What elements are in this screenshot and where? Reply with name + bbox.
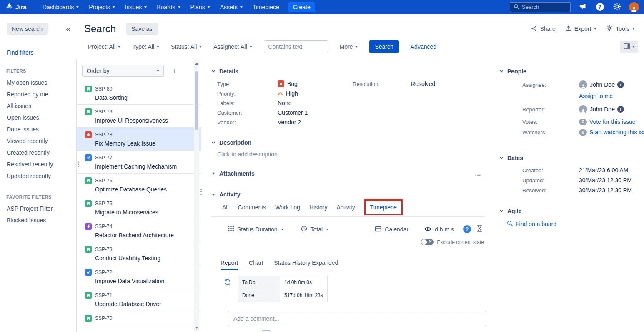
jira-logo[interactable]: Jira bbox=[6, 3, 27, 11]
tools-button[interactable]: Tools bbox=[606, 25, 635, 33]
layout-switcher-button[interactable] bbox=[620, 41, 638, 53]
sidebar-item-my-open-issues[interactable]: My open issues bbox=[0, 77, 76, 88]
attachments-section-header[interactable]: Attachments bbox=[211, 170, 255, 177]
sidebar-item-asp-project-filter[interactable]: ASP Project Filter bbox=[0, 203, 76, 214]
issue-card-ssp-70[interactable]: SSP-70 bbox=[77, 311, 201, 327]
add-comment-box[interactable] bbox=[228, 311, 486, 326]
info-icon[interactable]: i bbox=[617, 81, 624, 88]
issue-card-ssp-80[interactable]: SSP-80 Data Sorting bbox=[77, 82, 201, 105]
chevron-down-icon bbox=[211, 192, 216, 197]
user-avatar[interactable] bbox=[629, 2, 639, 12]
details-section-header[interactable]: Details bbox=[211, 68, 485, 75]
activity-section-header[interactable]: Activity bbox=[211, 191, 485, 198]
chevron-down-icon bbox=[208, 6, 210, 8]
find-on-board-link[interactable]: Find on a board bbox=[507, 220, 644, 227]
panel-resize-handle[interactable] bbox=[200, 187, 203, 196]
sidebar-item-viewed-recently[interactable]: Viewed recently bbox=[0, 135, 76, 147]
sidebar-item-resolved-recently[interactable]: Resolved recently bbox=[0, 158, 76, 170]
assignee-filter-dropdown[interactable]: Assignee: All bbox=[213, 43, 252, 50]
activity-tab-activity[interactable]: Activity bbox=[336, 204, 355, 211]
issue-card-ssp-78[interactable]: SSP-78 Fix Memory Leak Issue bbox=[77, 128, 201, 151]
scrollbar-thumb[interactable] bbox=[195, 71, 198, 130]
people-section-header[interactable]: People bbox=[499, 68, 644, 75]
find-filters-link[interactable]: Find filters bbox=[7, 49, 76, 56]
share-button[interactable]: Share bbox=[531, 25, 555, 33]
timepiece-help-button[interactable]: ? bbox=[463, 225, 471, 233]
save-as-button[interactable]: Save as bbox=[126, 23, 158, 35]
issue-card-ssp-72[interactable]: SSP-72 Improve Data Visualization bbox=[77, 265, 201, 288]
nav-boards[interactable]: Boards bbox=[152, 0, 185, 14]
display-format-button[interactable]: d.h.m.s bbox=[424, 226, 454, 233]
advanced-search-link[interactable]: Advanced bbox=[411, 43, 436, 50]
description-section-header[interactable]: Description bbox=[211, 139, 485, 146]
issue-card-ssp-71[interactable]: SSP-71 Upgrade Database Driver bbox=[77, 288, 201, 311]
scroll-up-button[interactable] bbox=[194, 60, 199, 66]
refresh-icon[interactable] bbox=[224, 279, 231, 287]
nav-timepiece[interactable]: Timepiece bbox=[248, 0, 284, 14]
calendar-button[interactable]: Calendar bbox=[375, 226, 408, 233]
issue-card-ssp-74[interactable]: SSP-74 Refactor Backend Architecture bbox=[77, 219, 201, 242]
dates-section-header[interactable]: Dates bbox=[499, 155, 644, 161]
global-search[interactable] bbox=[510, 2, 571, 12]
sidebar-item-updated-recently[interactable]: Updated recently bbox=[0, 170, 76, 182]
jira-logo-text: Jira bbox=[15, 3, 27, 10]
new-search-button[interactable]: New search bbox=[7, 23, 48, 35]
sort-ascending-icon[interactable]: ↑ bbox=[173, 67, 176, 75]
export-button[interactable]: Export bbox=[566, 25, 596, 33]
issue-card-ssp-77[interactable]: SSP-77 Implement Caching Mechanism bbox=[77, 151, 201, 174]
issue-card-ssp-79[interactable]: SSP-79 Improve UI Responsiveness bbox=[77, 105, 201, 128]
sidebar-item-open-issues[interactable]: Open issues bbox=[0, 112, 76, 123]
sidebar-item-all-issues[interactable]: All issues bbox=[0, 100, 76, 112]
panel-resize-handle[interactable] bbox=[77, 160, 80, 169]
info-icon[interactable]: i bbox=[617, 106, 624, 113]
issue-card-ssp-75[interactable]: SSP-75 Migrate to Microservices bbox=[77, 196, 201, 219]
question-icon: ? bbox=[596, 3, 604, 11]
collapse-sidebar-icon[interactable]: « bbox=[66, 25, 70, 33]
start-watching-link[interactable]: Start watching this issue bbox=[589, 129, 644, 136]
nav-dashboards[interactable]: Dashboards bbox=[38, 0, 84, 14]
project-filter-dropdown[interactable]: Project: All bbox=[88, 43, 120, 50]
add-comment-input[interactable] bbox=[233, 315, 481, 322]
assign-to-me-link[interactable]: Assign to me bbox=[579, 93, 613, 99]
agile-section-header[interactable]: Agile bbox=[499, 208, 644, 214]
eye-icon bbox=[424, 226, 431, 233]
more-filters-dropdown[interactable]: More bbox=[340, 43, 358, 50]
activity-tab-all[interactable]: All bbox=[222, 204, 229, 211]
nav-plans[interactable]: Plans bbox=[185, 0, 215, 14]
status-filter-dropdown[interactable]: Status: All bbox=[171, 43, 202, 50]
announcements-button[interactable] bbox=[578, 2, 588, 12]
settings-button[interactable] bbox=[612, 2, 622, 12]
create-button[interactable]: Create bbox=[288, 2, 315, 12]
timepiece-view-tabs: Report Chart Status History Expanded bbox=[211, 259, 485, 270]
issue-card-ssp-76[interactable]: SSP-76 Optimize Database Queries bbox=[77, 174, 201, 196]
sidebar-item-blocked-issues[interactable]: Blocked Issues bbox=[0, 214, 76, 226]
search-button[interactable]: Search bbox=[369, 40, 398, 53]
contains-text-input[interactable] bbox=[264, 40, 328, 53]
type-filter-dropdown[interactable]: Type: All bbox=[132, 43, 159, 50]
activity-tab-timepiece[interactable]: Timepiece bbox=[370, 204, 397, 211]
description-placeholder[interactable]: Click to add description bbox=[217, 151, 485, 158]
activity-tab-work-log[interactable]: Work Log bbox=[275, 204, 300, 211]
nav-assets[interactable]: Assets bbox=[215, 0, 248, 14]
tab-status-history-expanded[interactable]: Status History Expanded bbox=[274, 259, 338, 270]
exclude-current-state-toggle[interactable]: ✕ bbox=[421, 239, 434, 245]
order-by-select[interactable]: Order by bbox=[82, 65, 164, 77]
scroll-down-button[interactable] bbox=[194, 324, 199, 330]
nav-projects[interactable]: Projects bbox=[84, 0, 120, 14]
issue-card-ssp-73[interactable]: SSP-73 Conduct Usability Testing bbox=[77, 242, 201, 265]
global-search-input[interactable] bbox=[522, 4, 564, 10]
sidebar-item-reported-by-me[interactable]: Reported by me bbox=[0, 88, 76, 100]
sidebar-item-created-recently[interactable]: Created recently bbox=[0, 147, 76, 158]
tab-chart[interactable]: Chart bbox=[249, 259, 263, 270]
help-button[interactable]: ? bbox=[595, 2, 605, 12]
issue-list-scrollbar[interactable] bbox=[194, 60, 199, 331]
activity-tab-comments[interactable]: Comments bbox=[238, 204, 266, 211]
status-duration-dropdown[interactable]: Status Duration bbox=[228, 226, 283, 233]
total-dropdown[interactable]: Total bbox=[301, 226, 329, 233]
activity-tab-history[interactable]: History bbox=[309, 204, 328, 211]
vote-for-issue-link[interactable]: Vote for this issue bbox=[589, 118, 636, 125]
tab-report[interactable]: Report bbox=[221, 259, 238, 270]
more-actions-icon[interactable]: … bbox=[475, 170, 481, 177]
sidebar-item-done-issues[interactable]: Done issues bbox=[0, 123, 76, 135]
nav-issues[interactable]: Issues bbox=[120, 0, 152, 14]
